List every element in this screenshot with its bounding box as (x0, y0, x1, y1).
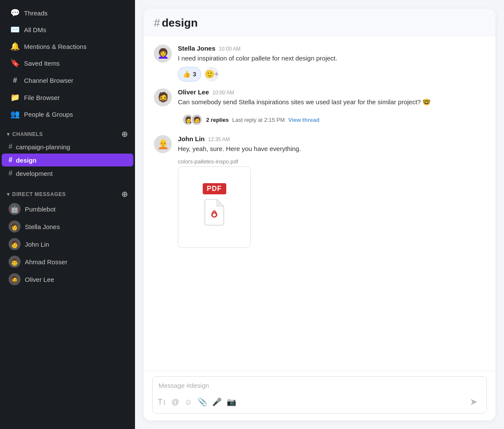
dm-label: Stella Jones (25, 223, 60, 230)
dm-section-label: DIRECT MESSAGES (12, 191, 66, 197)
message-author: John Lin (178, 135, 205, 142)
sidebar-item-label: Threads (24, 9, 48, 17)
pdf-badge: PDF (203, 183, 226, 194)
avatar: 🧔 (154, 88, 172, 106)
sidebar-dm-oliver-lee[interactable]: 🧔 Oliver Lee (2, 271, 133, 288)
dm-label: Ahmad Rosser (25, 258, 67, 266)
message-author: Stella Jones (178, 45, 216, 52)
sidebar-item-mentions[interactable]: 🔔 Mentions & Reactions (3, 38, 132, 54)
sidebar-channel-development[interactable]: # development (2, 167, 133, 180)
avatar: 🧑‍🦲 (154, 135, 172, 153)
sidebar-channel-campaign-planning[interactable]: # campaign-planning (2, 140, 133, 153)
main-content: # design 👩‍🦱 Stella Jones 10:00 AM I nee… (135, 0, 504, 429)
message-author: Oliver Lee (178, 88, 209, 96)
channel-label: development (16, 170, 53, 177)
message-header: John Lin 12:35 AM (178, 135, 485, 142)
sidebar-item-label: Saved Items (24, 60, 60, 67)
channel-browser-icon: ＃ (10, 75, 20, 85)
message-text: Can somebody send Stella inspirations si… (178, 97, 485, 107)
sidebar-dm-ahmad-rosser[interactable]: 👨 Ahmad Rosser (2, 253, 133, 270)
sidebar-item-label: All DMs (24, 26, 46, 33)
file-name: colors-palletes-inspo.pdf (178, 158, 485, 165)
sidebar-item-saved[interactable]: 🔖 Saved Items (3, 55, 132, 71)
add-channel-button[interactable]: ⊕ (121, 130, 128, 138)
avatar: 🧑 (9, 238, 21, 250)
mention-icon[interactable]: @ (171, 398, 179, 407)
mentions-icon: 🔔 (10, 42, 20, 51)
people-groups-icon: 👥 (10, 109, 20, 119)
dm-collapse-btn[interactable]: ▾ DIRECT MESSAGES (7, 191, 66, 197)
sidebar-nav: 💬 Threads✉️ All DMs🔔 Mentions & Reaction… (0, 4, 135, 123)
replies-count: 2 replies (206, 117, 229, 123)
avatar: 👨 (9, 256, 21, 268)
text-format-icon[interactable]: T↕ (158, 398, 166, 407)
channels-collapse-btn[interactable]: ▾ CHANNELS (7, 131, 43, 137)
message-input[interactable] (153, 377, 486, 392)
replies-last-time: Last reply at 2:15 PM (232, 117, 285, 123)
sidebar-dm-pumblebot[interactable]: 🤖 Pumblebot (2, 200, 133, 218)
message-header: Oliver Lee 10:00 AM (178, 88, 485, 96)
message-time: 10:00 AM (213, 90, 234, 96)
message-text: I need inspiration of color pallete for … (178, 54, 485, 63)
message-input-box: T↕ @ ☺ 📎 🎤 📷 ➤ (152, 376, 487, 414)
messages-area: 👩‍🦱 Stella Jones 10:00 AM I need inspira… (144, 36, 495, 371)
add-reaction-icon: 🙂+ (205, 69, 219, 79)
hash-icon: # (9, 156, 12, 164)
hash-icon: # (9, 143, 12, 151)
message-input-area: T↕ @ ☺ 📎 🎤 📷 ➤ (144, 371, 495, 420)
channel-name: design (162, 16, 198, 30)
sidebar-dm-stella-jones[interactable]: 👩 Stella Jones (2, 218, 133, 235)
pdf-preview[interactable]: PDF (178, 166, 251, 248)
chat-container: # design 👩‍🦱 Stella Jones 10:00 AM I nee… (144, 9, 495, 420)
channel-label: design (16, 157, 36, 164)
sidebar-channel-design[interactable]: # design (2, 154, 133, 166)
sidebar-item-threads[interactable]: 💬 Threads (3, 5, 132, 21)
chevron-down-icon: ▾ (7, 191, 10, 197)
message-row: 🧔 Oliver Lee 10:00 AM Can somebody send … (154, 88, 485, 129)
message-body: John Lin 12:35 AM Hey, yeah, sure. Here … (178, 135, 485, 248)
reaction-count: 3 (193, 71, 196, 78)
reply-avatars: 👩🧑 (182, 114, 203, 126)
threads-icon: 💬 (10, 8, 20, 18)
channels-section-label: CHANNELS (12, 131, 43, 137)
dm-label: Pumblebot (25, 205, 56, 213)
sidebar-item-file-browser[interactable]: 📁 File Browser (3, 89, 132, 106)
file-attachment: colors-palletes-inspo.pdf PDF (178, 158, 485, 248)
chevron-down-icon: ▾ (7, 131, 10, 137)
sidebar-item-channel-browser[interactable]: ＃ Channel Browser (3, 72, 132, 89)
add-dm-button[interactable]: ⊕ (121, 190, 128, 198)
sidebar-channels: # campaign-planning# design# development (0, 140, 135, 180)
saved-icon: 🔖 (10, 58, 20, 68)
sidebar-item-label: Mentions & Reactions (24, 43, 87, 50)
sidebar-item-people-groups[interactable]: 👥 People & Groups (3, 106, 132, 122)
all-dms-icon: ✉️ (10, 25, 20, 34)
add-reaction-button[interactable]: 🙂+ (204, 67, 219, 82)
emoji-icon[interactable]: ☺ (184, 398, 192, 407)
thread-replies[interactable]: 👩🧑 2 replies Last reply at 2:15 PM View … (178, 111, 485, 128)
hash-icon: # (9, 169, 12, 177)
video-icon[interactable]: 📷 (227, 397, 236, 407)
reactions: 👍 3 🙂+ (178, 67, 485, 82)
channel-label: campaign-planning (16, 143, 70, 151)
sidebar-dm-john-lin[interactable]: 🧑 John Lin (2, 236, 133, 253)
reaction-button[interactable]: 👍 3 (178, 67, 201, 82)
channel-header: # design (144, 9, 495, 36)
send-button[interactable]: ➤ (466, 394, 481, 410)
message-row: 🧑‍🦲 John Lin 12:35 AM Hey, yeah, sure. H… (154, 135, 485, 248)
audio-icon[interactable]: 🎤 (212, 397, 222, 407)
message-row: 👩‍🦱 Stella Jones 10:00 AM I need inspira… (154, 45, 485, 82)
attach-icon[interactable]: 📎 (198, 397, 207, 407)
avatar: 👩 (9, 221, 21, 233)
view-thread-link[interactable]: View thread (288, 117, 320, 123)
sidebar-item-label: Channel Browser (24, 77, 73, 84)
pdf-icon (203, 199, 225, 231)
file-browser-icon: 📁 (10, 93, 20, 102)
message-body: Stella Jones 10:00 AM I need inspiration… (178, 45, 485, 82)
dm-section-header: ▾ DIRECT MESSAGES ⊕ (0, 186, 135, 200)
channels-section-header: ▾ CHANNELS ⊕ (0, 126, 135, 140)
avatar: 👩‍🦱 (154, 45, 172, 63)
message-body: Oliver Lee 10:00 AM Can somebody send St… (178, 88, 485, 129)
sidebar-item-all-dms[interactable]: ✉️ All DMs (3, 21, 132, 38)
message-time: 10:00 AM (219, 46, 241, 52)
sidebar-item-label: People & Groups (24, 111, 73, 118)
